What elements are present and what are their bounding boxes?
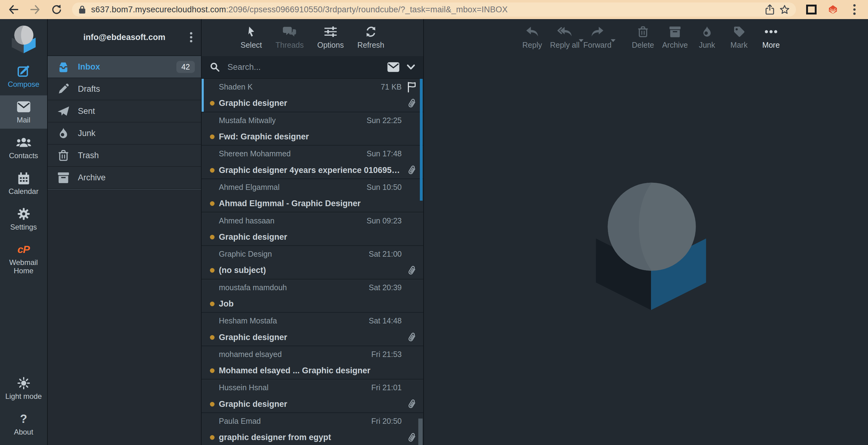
paperclip-icon (405, 264, 418, 277)
lock-icon (78, 5, 86, 14)
sidebar-item-calendar[interactable]: Calendar (0, 167, 47, 200)
folder-item-drafts[interactable]: Drafts (48, 78, 201, 100)
message-row[interactable]: Mustafa MitwallySun 22:25Fwd: Graphic de… (202, 112, 423, 146)
sidebar-item-label: Calendar (9, 187, 38, 196)
unread-dot-icon[interactable] (210, 201, 215, 206)
unread-dot-icon[interactable] (210, 369, 215, 373)
message-row[interactable]: Paula EmadFri 20:50graphic designer from… (202, 413, 423, 445)
sidebar-item-compose[interactable]: Compose (0, 60, 47, 93)
address-bar[interactable]: s637.bom7.mysecurecloudhost.com:2096/cps… (72, 2, 796, 17)
sidebar-item-settings[interactable]: Settings (0, 202, 47, 236)
bookmark-star-icon[interactable] (779, 4, 790, 15)
side-panel-icon[interactable] (805, 3, 817, 16)
message-list: Shaden K71 KBGraphic designerMustafa Mit… (202, 79, 423, 445)
message-row[interactable]: Shereen MohammedSun 17:48Graphic designe… (202, 146, 423, 179)
archive-button[interactable]: Archive (659, 26, 691, 50)
message-subject: Graphic designer (219, 333, 402, 342)
message-row[interactable]: Hesham MostafaSat 14:48Graphic designer (202, 313, 423, 346)
message-row[interactable]: Shaden K71 KBGraphic designer (202, 79, 423, 112)
message-sender: moustafa mamdouh (219, 283, 365, 292)
unread-dot-icon[interactable] (210, 168, 215, 173)
search-scope-mail-icon[interactable] (387, 62, 400, 72)
reading-pane: ReplyReply allForwardDeleteArchiveJunkMa… (424, 19, 868, 445)
more-button[interactable]: More (755, 26, 787, 50)
message-date: Fri 21:01 (368, 383, 402, 392)
message-sender: Hussein Hsnal (219, 383, 368, 392)
message-row[interactable]: Hussein HsnalFri 21:01Graphic designer (202, 379, 423, 413)
reload-icon[interactable] (51, 3, 63, 16)
list-scrollbar-end[interactable] (418, 418, 423, 445)
message-row[interactable]: Ahmed ElgammalSun 10:50Ahmad Elgmmal - G… (202, 179, 423, 213)
forward-icon[interactable] (29, 3, 41, 16)
message-date: Sun 09:23 (363, 216, 402, 225)
unread-dot-icon[interactable] (210, 435, 215, 440)
dropdown-caret-icon[interactable] (610, 39, 616, 42)
paperclip-icon (405, 330, 418, 344)
sidebar-item-light-mode[interactable]: Light mode (0, 372, 47, 405)
tag-icon (733, 26, 745, 37)
message-date: Sun 17:48 (363, 149, 402, 158)
paperclip-icon (405, 397, 418, 411)
delete-button[interactable]: Delete (627, 26, 659, 50)
roundcube-logo (0, 21, 47, 57)
sidebar-item-label: Light mode (5, 392, 42, 401)
folder-item-trash[interactable]: Trash (48, 145, 201, 167)
forward-button[interactable]: Forward (582, 26, 614, 50)
message-subject: Ahmad Elgmmal - Graphic Designer (219, 199, 402, 208)
extension-icon[interactable] (827, 3, 839, 16)
cursor-icon (246, 26, 256, 37)
unread-dot-icon[interactable] (210, 101, 215, 105)
sidebar-item-label: Contacts (9, 152, 38, 160)
folder-item-junk[interactable]: Junk (48, 123, 201, 145)
reply-button[interactable]: Reply (516, 26, 548, 50)
flame-icon (57, 127, 70, 139)
trash-icon (57, 150, 70, 161)
folder-options-icon[interactable] (189, 32, 193, 43)
message-subject: Fwd: Graphic designer (219, 132, 402, 141)
message-sender: mohamed elsayed (219, 350, 368, 359)
search-options-chevron-icon[interactable] (407, 64, 415, 70)
select-button[interactable]: Select (241, 26, 262, 50)
paperclip-icon (405, 431, 418, 444)
unread-dot-icon[interactable] (210, 268, 215, 273)
search-input[interactable] (227, 62, 380, 72)
message-sender: Shereen Mohammed (219, 149, 363, 158)
folder-label: Trash (78, 151, 99, 160)
folder-item-inbox[interactable]: Inbox42 (48, 56, 201, 78)
sidebar-item-webmail-home[interactable]: cPWebmail Home (0, 238, 47, 280)
unread-dot-icon[interactable] (210, 235, 215, 240)
message-list-toolbar: SelectThreadsOptionsRefresh (202, 19, 423, 56)
share-icon[interactable] (765, 4, 774, 15)
pencil-icon (57, 83, 70, 95)
message-sender: Mustafa Mitwally (219, 116, 363, 125)
browser-menu-icon[interactable] (848, 3, 861, 16)
sidebar-item-mail[interactable]: Mail (0, 95, 47, 129)
sidebar-item-about[interactable]: ?About (0, 408, 47, 441)
list-scrollbar-thumb[interactable] (420, 79, 423, 201)
unread-dot-icon[interactable] (210, 301, 215, 306)
refresh-button[interactable]: Refresh (358, 26, 384, 50)
message-sender: Graphic Design (219, 250, 365, 258)
options-button[interactable]: Options (317, 26, 344, 50)
mark-button[interactable]: Mark (723, 26, 755, 50)
folder-item-sent[interactable]: Sent (48, 100, 201, 123)
junk-button[interactable]: Junk (691, 26, 723, 50)
sidebar-item-label: About (14, 428, 33, 436)
message-row[interactable]: moustafa mamdouhSat 20:39Job (202, 280, 423, 313)
reply-icon (526, 26, 539, 37)
unread-dot-icon[interactable] (210, 134, 215, 139)
message-row[interactable]: Ahmed hassaanSun 09:23Graphic designer (202, 212, 423, 246)
sidebar-item-contacts[interactable]: Contacts (0, 131, 47, 164)
threads-button[interactable]: Threads (276, 26, 304, 50)
unread-dot-icon[interactable] (210, 402, 215, 407)
flag-icon[interactable] (407, 82, 417, 93)
message-row[interactable]: Graphic DesignSat 21:00(no subject) (202, 246, 423, 280)
back-icon[interactable] (7, 3, 20, 16)
account-name: info@ebdeasoft.com (84, 33, 165, 42)
folder-item-archive[interactable]: Archive (48, 167, 201, 189)
unread-dot-icon[interactable] (210, 335, 215, 340)
toolbar-button-label: Junk (699, 41, 715, 50)
paperclip-icon (405, 163, 418, 177)
reply-all-button[interactable]: Reply all (548, 26, 582, 50)
message-row[interactable]: mohamed elsayedFri 21:53Mohamed elsayed … (202, 346, 423, 380)
